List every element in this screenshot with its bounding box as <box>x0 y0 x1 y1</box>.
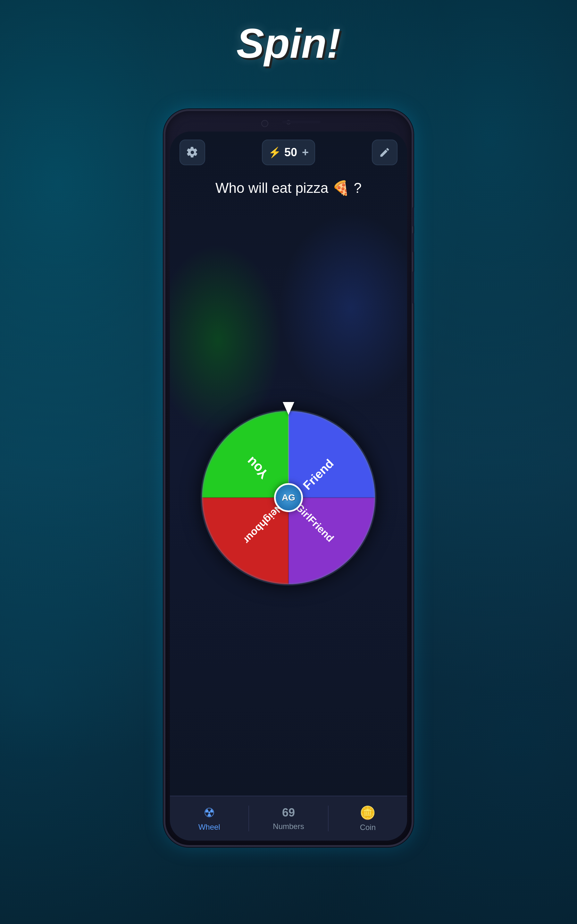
energy-count: 50 <box>284 145 297 159</box>
toolbar: ⚡ 50 + <box>170 132 407 173</box>
edit-button[interactable] <box>372 140 398 165</box>
wheel-center-logo: AG <box>274 483 303 512</box>
spin-wheel[interactable]: You Friend GirlFriend Neighbour AG <box>199 408 378 588</box>
page-title: Spin! <box>237 19 341 67</box>
app-main-content: ⚡ 50 + Who will eat pizza 🍕 ? <box>170 132 407 796</box>
energy-plus-button[interactable]: + <box>302 145 309 159</box>
energy-display: ⚡ 50 + <box>262 140 315 165</box>
coin-nav-icon: 🪙 <box>359 805 376 821</box>
phone-screen: ⚡ 50 + Who will eat pizza 🍕 ? <box>170 132 407 841</box>
pencil-icon <box>379 147 390 158</box>
volume-down-button <box>412 207 414 226</box>
bottom-navigation: ☢ Wheel 69 Numbers 🪙 Coin <box>170 796 407 841</box>
nav-label-numbers: Numbers <box>273 822 304 831</box>
nav-item-coin[interactable]: 🪙 Coin <box>329 805 407 832</box>
nav-item-wheel[interactable]: ☢ Wheel <box>170 805 248 832</box>
question-text: Who will eat pizza 🍕 ? <box>215 180 362 196</box>
logo-text: AG <box>282 493 295 503</box>
settings-button[interactable] <box>179 140 205 165</box>
wheel-area[interactable]: You Friend GirlFriend Neighbour AG <box>170 200 407 796</box>
numbers-nav-icon: 69 <box>282 806 295 819</box>
nav-label-coin: Coin <box>360 823 376 832</box>
phone-device: ⚡ 50 + Who will eat pizza 🍕 ? <box>163 109 414 847</box>
speaker-icon <box>282 121 321 123</box>
power-button <box>412 271 414 304</box>
wheel-pointer <box>283 402 294 415</box>
wheel-nav-icon: ☢ <box>203 805 215 820</box>
gear-icon <box>187 147 198 158</box>
volume-up-button <box>412 233 414 252</box>
lightning-icon: ⚡ <box>268 146 281 158</box>
nav-label-wheel: Wheel <box>198 822 220 832</box>
camera-icon <box>261 120 268 127</box>
nav-item-numbers[interactable]: 69 Numbers <box>249 806 327 831</box>
question-area: Who will eat pizza 🍕 ? <box>170 173 407 200</box>
